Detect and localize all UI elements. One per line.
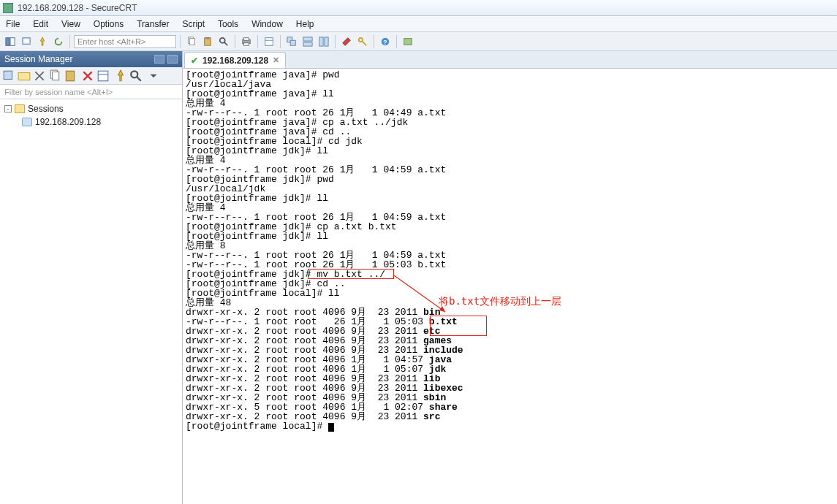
tree-root-label: Sessions bbox=[28, 104, 64, 114]
toolbar-reconnect-icon[interactable] bbox=[51, 34, 66, 49]
svg-rect-13 bbox=[265, 37, 273, 45]
svg-line-9 bbox=[224, 42, 227, 45]
session-tree[interactable]: - Sessions 192.168.209.128 bbox=[0, 99, 182, 504]
toolbar-find-icon[interactable] bbox=[216, 34, 231, 49]
svg-rect-18 bbox=[303, 42, 312, 45]
toolbar-paste-icon[interactable] bbox=[200, 34, 215, 49]
terminal-line: [root@jointframe jdk]# pwd bbox=[186, 175, 834, 184]
svg-rect-25 bbox=[404, 38, 412, 45]
toolbar-help-icon[interactable]: ? bbox=[378, 34, 393, 49]
svg-rect-27 bbox=[18, 72, 30, 80]
toolbar-connect-icon[interactable] bbox=[19, 34, 34, 49]
toolbar-tile-h-icon[interactable] bbox=[300, 34, 315, 49]
toolbar-session-manager-icon[interactable] bbox=[3, 34, 18, 49]
terminal-line: [root@jointframe local]# bbox=[186, 421, 834, 432]
menu-file[interactable]: File bbox=[6, 19, 20, 29]
tab-connected-icon: ✔ bbox=[191, 56, 198, 66]
toolbar-tools-icon[interactable] bbox=[339, 34, 354, 49]
session-delete-icon[interactable] bbox=[81, 69, 94, 83]
svg-rect-1 bbox=[10, 37, 15, 45]
terminal-line: [root@jointframe jdk]# ll bbox=[186, 146, 834, 156]
session-manager-header: Session Manager bbox=[0, 51, 182, 67]
panel-close-icon[interactable] bbox=[167, 55, 178, 64]
session-open-icon[interactable] bbox=[114, 69, 127, 83]
svg-rect-11 bbox=[244, 37, 249, 40]
menu-tools[interactable]: Tools bbox=[218, 19, 238, 29]
svg-rect-30 bbox=[66, 71, 74, 81]
window-title: 192.168.209.128 - SecureCRT bbox=[18, 3, 137, 13]
toolbar-cascade-icon[interactable] bbox=[284, 34, 299, 49]
main-toolbar: Enter host <Alt+R> ? bbox=[0, 32, 837, 51]
svg-point-33 bbox=[131, 71, 137, 77]
terminal-line: [root@jointframe jdk]# ll bbox=[186, 232, 834, 241]
menu-window[interactable]: Window bbox=[251, 19, 283, 29]
svg-line-22 bbox=[362, 41, 366, 45]
svg-rect-26 bbox=[4, 71, 12, 79]
tab-active[interactable]: ✔ 192.168.209.128 ✕ bbox=[184, 52, 286, 68]
terminal-line: [root@jointframe jdk]# ll bbox=[186, 194, 834, 203]
toolbar-tile-v-icon[interactable] bbox=[317, 34, 331, 49]
svg-rect-29 bbox=[53, 72, 59, 80]
session-filter-input[interactable]: Filter by session name <Alt+I> bbox=[0, 85, 182, 99]
terminal-line: [root@jointframe java]# pwd bbox=[186, 70, 834, 80]
session-copy-icon[interactable] bbox=[48, 69, 61, 83]
menu-options[interactable]: Options bbox=[94, 19, 124, 29]
menu-transfer[interactable]: Transfer bbox=[137, 19, 169, 29]
terminal-output[interactable]: [root@jointframe java]# pwd/usr/local/ja… bbox=[183, 69, 837, 504]
toolbar-copy-icon[interactable] bbox=[184, 34, 199, 49]
tree-root[interactable]: - Sessions bbox=[1, 102, 181, 115]
menu-help[interactable]: Help bbox=[296, 19, 314, 29]
terminal-area: ✔ 192.168.209.128 ✕ [root@jointframe jav… bbox=[183, 51, 837, 504]
folder-icon bbox=[15, 104, 25, 113]
menu-edit[interactable]: Edit bbox=[33, 19, 48, 29]
title-bar: 192.168.209.128 - SecureCRT bbox=[0, 0, 837, 16]
session-new-icon[interactable] bbox=[2, 69, 15, 83]
session-folder-icon[interactable] bbox=[18, 69, 31, 83]
svg-rect-19 bbox=[319, 37, 323, 45]
terminal-line: [root@jointframe local]# ll bbox=[186, 289, 834, 298]
toolbar-key-icon[interactable] bbox=[355, 34, 370, 49]
session-cut-icon[interactable] bbox=[33, 69, 46, 83]
svg-rect-3 bbox=[24, 39, 29, 42]
tree-session-item[interactable]: 192.168.209.128 bbox=[1, 115, 181, 129]
svg-point-8 bbox=[220, 37, 225, 42]
toolbar-print-icon[interactable] bbox=[239, 34, 254, 49]
svg-rect-17 bbox=[303, 37, 312, 40]
svg-rect-7 bbox=[205, 37, 209, 39]
terminal-line: [root@jointframe java]# ll bbox=[186, 89, 834, 99]
session-paste-icon[interactable] bbox=[64, 69, 77, 83]
tab-bar: ✔ 192.168.209.128 ✕ bbox=[183, 51, 837, 69]
session-filter-placeholder: Filter by session name <Alt+I> bbox=[4, 88, 113, 96]
cursor bbox=[328, 423, 334, 432]
session-manager-panel: Session Manager Filter by session name <… bbox=[0, 51, 183, 504]
svg-text:?: ? bbox=[383, 38, 387, 45]
session-properties-icon[interactable] bbox=[96, 69, 110, 83]
host-input[interactable]: Enter host <Alt+R> bbox=[74, 35, 176, 48]
svg-rect-20 bbox=[325, 37, 328, 45]
session-manager-title: Session Manager bbox=[4, 54, 72, 64]
panel-pin-icon[interactable] bbox=[154, 55, 164, 64]
toolbar-properties-icon[interactable] bbox=[262, 34, 276, 49]
host-placeholder: Enter host <Alt+R> bbox=[77, 37, 145, 46]
toolbar-extra-icon[interactable] bbox=[401, 34, 415, 49]
svg-rect-16 bbox=[290, 40, 295, 45]
menu-script[interactable]: Script bbox=[182, 19, 205, 29]
svg-rect-0 bbox=[6, 37, 10, 45]
session-dropdown-icon[interactable] bbox=[147, 69, 160, 83]
tab-close-icon[interactable]: ✕ bbox=[273, 56, 279, 65]
svg-rect-5 bbox=[189, 38, 194, 45]
tree-toggle-icon[interactable]: - bbox=[4, 105, 12, 112]
tab-label: 192.168.209.128 bbox=[202, 56, 268, 66]
svg-rect-31 bbox=[98, 71, 108, 81]
svg-line-34 bbox=[137, 77, 141, 81]
session-toolbar bbox=[0, 67, 182, 85]
app-icon bbox=[3, 3, 13, 13]
menu-view[interactable]: View bbox=[61, 19, 80, 29]
tree-session-label: 192.168.209.128 bbox=[35, 117, 101, 127]
session-icon bbox=[22, 118, 32, 126]
toolbar-quick-connect-icon[interactable] bbox=[35, 34, 50, 49]
menu-bar: File Edit View Options Transfer Script T… bbox=[0, 16, 837, 32]
svg-rect-12 bbox=[244, 42, 249, 45]
session-find-icon[interactable] bbox=[129, 69, 143, 83]
